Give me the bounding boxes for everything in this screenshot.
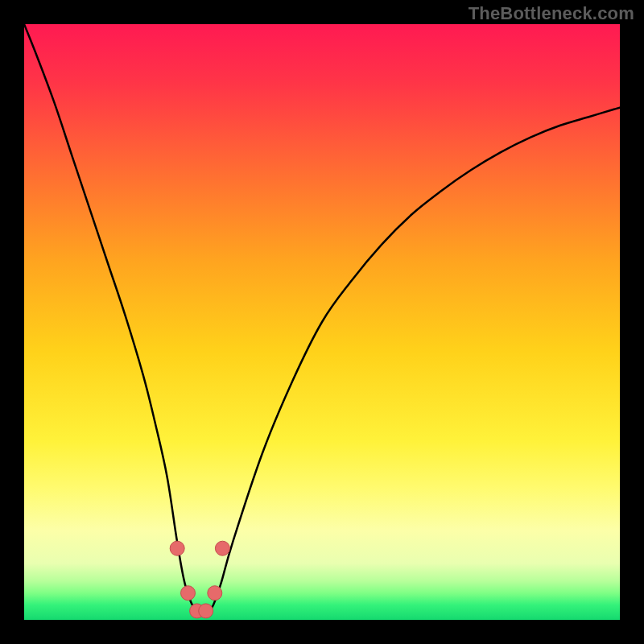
watermark-text: TheBottleneck.com [469,3,634,24]
valley-marker [208,586,222,601]
valley-marker [170,541,184,555]
valley-marker [181,586,196,601]
valley-marker [199,604,213,618]
chart-frame [24,24,620,620]
valley-marker [215,541,229,555]
bottleneck-curve [24,24,620,620]
